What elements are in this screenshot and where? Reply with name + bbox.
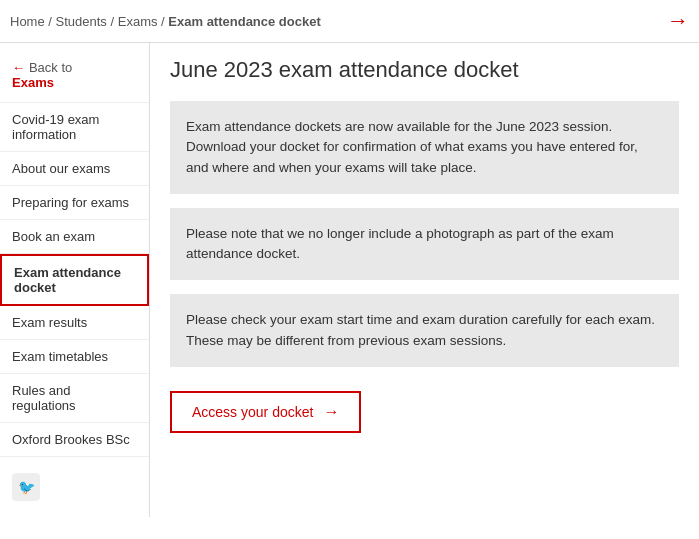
sidebar-nav: Covid-19 exam information About our exam… [0, 103, 149, 457]
breadcrumb-current: Exam attendance docket [168, 14, 320, 29]
breadcrumb-arrow-icon: → [667, 8, 689, 34]
sidebar-item-covid[interactable]: Covid-19 exam information [0, 103, 149, 152]
sidebar-item-brookes[interactable]: Oxford Brookes BSc [0, 423, 149, 457]
sidebar-link-preparing[interactable]: Preparing for exams [0, 186, 149, 219]
back-arrow-icon: ← [12, 60, 25, 75]
sidebar-link-about[interactable]: About our exams [0, 152, 149, 185]
breadcrumb: Home / Students / Exams / Exam attendanc… [10, 14, 321, 29]
page-title: June 2023 exam attendance docket [170, 57, 679, 83]
info-text-2: Please note that we no longer include a … [186, 224, 663, 265]
sidebar-item-preparing[interactable]: Preparing for exams [0, 186, 149, 220]
info-box-3: Please check your exam start time and ex… [170, 294, 679, 367]
sidebar-item-rules[interactable]: Rules and regulations [0, 374, 149, 423]
access-button-arrow-icon: → [323, 403, 339, 421]
sidebar-link-docket[interactable]: Exam attendance docket [2, 256, 147, 304]
sidebar-link-timetables[interactable]: Exam timetables [0, 340, 149, 373]
sidebar-link-brookes[interactable]: Oxford Brookes BSc [0, 423, 149, 456]
sidebar-twitter-section: 🐦 [0, 457, 149, 517]
back-to-label: Back to [29, 60, 72, 75]
breadcrumb-students[interactable]: Students [56, 14, 107, 29]
info-text-1: Exam attendance dockets are now availabl… [186, 117, 663, 178]
sidebar-back-section: ← Back to Exams [0, 51, 149, 103]
access-button-label: Access your docket [192, 404, 313, 420]
page-layout: ← Back to Exams Covid-19 exam informatio… [0, 43, 699, 517]
main-content: June 2023 exam attendance docket Exam at… [150, 43, 699, 517]
sidebar-link-results[interactable]: Exam results [0, 306, 149, 339]
breadcrumb-exams[interactable]: Exams [118, 14, 158, 29]
sidebar-link-book[interactable]: Book an exam [0, 220, 149, 253]
breadcrumb-bar: Home / Students / Exams / Exam attendanc… [0, 0, 699, 43]
breadcrumb-home[interactable]: Home [10, 14, 45, 29]
back-to-exams-link[interactable]: Exams [12, 75, 137, 90]
sidebar-item-timetables[interactable]: Exam timetables [0, 340, 149, 374]
sidebar-item-book[interactable]: Book an exam [0, 220, 149, 254]
twitter-icon[interactable]: 🐦 [12, 473, 40, 501]
info-box-1: Exam attendance dockets are now availabl… [170, 101, 679, 194]
info-box-2: Please note that we no longer include a … [170, 208, 679, 281]
sidebar-link-rules[interactable]: Rules and regulations [0, 374, 149, 422]
sidebar-item-docket[interactable]: Exam attendance docket [0, 254, 149, 306]
info-text-3: Please check your exam start time and ex… [186, 310, 663, 351]
access-docket-button[interactable]: Access your docket → [170, 391, 361, 433]
sidebar: ← Back to Exams Covid-19 exam informatio… [0, 43, 150, 517]
sidebar-link-covid[interactable]: Covid-19 exam information [0, 103, 149, 151]
sidebar-item-about[interactable]: About our exams [0, 152, 149, 186]
sidebar-item-results[interactable]: Exam results [0, 306, 149, 340]
